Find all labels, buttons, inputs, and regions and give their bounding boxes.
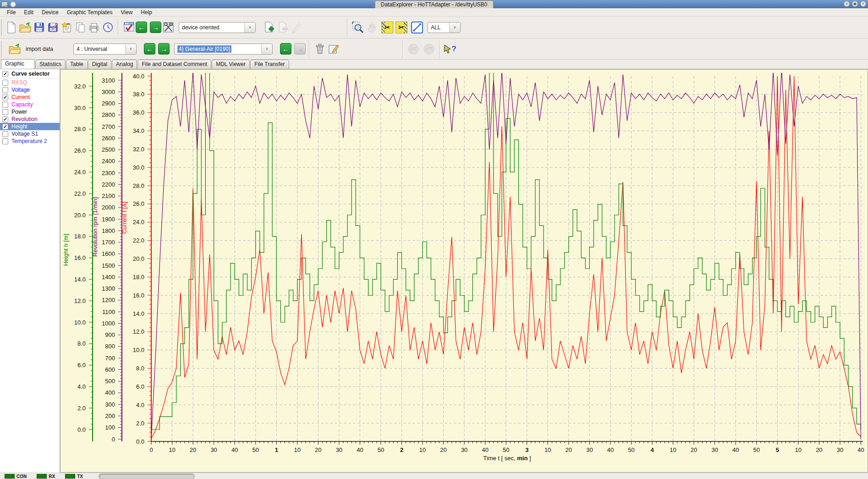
zoom-button[interactable]	[351, 20, 365, 35]
curve-item-height[interactable]: ✓ Height	[0, 123, 60, 130]
cut-left-button[interactable]: ✂	[381, 22, 393, 33]
new-record-set-button[interactable]	[262, 20, 276, 35]
svg-text:1100: 1100	[102, 308, 115, 315]
svg-text:1500: 1500	[102, 262, 115, 269]
telemetry-chart[interactable]: 0.02.04.06.08.010.012.014.016.018.020.02…	[60, 69, 868, 473]
next-channel-button[interactable]: →	[158, 43, 170, 55]
curve-item-revolution[interactable]: ✓ Revolution	[0, 116, 60, 123]
svg-text:2500: 2500	[102, 146, 115, 153]
window-menu-icon[interactable]	[10, 1, 16, 7]
record-set-combo[interactable]: 4) General-Air [0190] ∨	[174, 44, 273, 55]
save-button[interactable]	[32, 20, 46, 35]
curve-checkbox[interactable]: ✓	[2, 124, 8, 130]
curve-checkbox[interactable]	[2, 80, 8, 86]
tab-statistics[interactable]: Statistics	[35, 60, 66, 69]
chevron-down-icon[interactable]: ∨	[244, 22, 255, 33]
delete-record-button[interactable]	[313, 42, 327, 56]
tx-led-label: TX	[77, 474, 83, 479]
menu-view[interactable]: View	[117, 8, 137, 17]
curve-checkbox[interactable]	[2, 102, 8, 108]
curve-selector-panel: ✓ Curve selector RXSQ Voltage ✓ Current …	[0, 69, 60, 473]
settings-button[interactable]	[60, 20, 73, 35]
svg-text:12.0: 12.0	[133, 328, 144, 335]
menu-help[interactable]: Help	[137, 8, 156, 17]
menu-bar: File Edit Device Graphic Templates View …	[0, 8, 868, 17]
svg-text:2900: 2900	[102, 100, 115, 107]
chevron-down-icon[interactable]: ∨	[125, 44, 136, 54]
close-button[interactable]: ×	[860, 1, 866, 7]
delete-record-set-button[interactable]	[276, 20, 290, 35]
curve-checkbox[interactable]	[2, 109, 8, 115]
context-help-button[interactable]: ?	[443, 42, 457, 56]
svg-text:30.0: 30.0	[133, 164, 144, 171]
curve-checkbox[interactable]: ✓	[2, 116, 8, 122]
pan-button[interactable]	[365, 20, 379, 35]
edit-record-set-button[interactable]	[290, 20, 303, 35]
curve-checkbox[interactable]	[2, 138, 8, 144]
cut-right-button[interactable]: ✂	[396, 22, 407, 33]
connection-led-label: CON	[16, 474, 27, 479]
svg-text:24.0: 24.0	[74, 169, 86, 176]
edit-record-comment-button[interactable]	[327, 42, 341, 56]
chevron-down-icon[interactable]: ∨	[261, 44, 272, 54]
curve-selector-checkbox[interactable]: ✓	[2, 71, 8, 77]
next-device-button[interactable]: →	[150, 22, 161, 33]
new-file-button[interactable]	[5, 20, 18, 35]
svg-text:3000: 3000	[102, 88, 115, 95]
fit-into-window-button[interactable]	[410, 20, 424, 35]
toolbar-separator	[347, 18, 348, 37]
curve-item-voltage-s1[interactable]: Voltage S1	[0, 130, 60, 138]
graphic-template-value: device oriented	[182, 24, 219, 31]
svg-text:Revolution rpm [1/min]: Revolution rpm [1/min]	[92, 197, 99, 257]
tab-file-transfer[interactable]: File Transfer	[250, 60, 289, 69]
menu-device[interactable]: Device	[38, 8, 63, 17]
curve-item-current[interactable]: ✓ Current	[0, 94, 60, 101]
prev-device-button[interactable]: ←	[136, 22, 147, 33]
prev-record-button[interactable]: ←	[280, 43, 291, 55]
curve-item-voltage[interactable]: Voltage	[0, 86, 60, 94]
curve-checkbox[interactable]	[2, 87, 8, 93]
print-button[interactable]	[87, 20, 101, 35]
title-bar: DataExplorer - HoTTAdapter - /dev/ttyUSB…	[0, 0, 868, 8]
import-data-button[interactable]: import data	[5, 42, 60, 56]
configuration-combo[interactable]: 4 : Universal ∨	[73, 44, 137, 55]
next-record-button[interactable]: →	[294, 43, 306, 55]
menu-edit[interactable]: Edit	[20, 8, 38, 17]
chevron-down-icon[interactable]: ∨	[449, 22, 460, 33]
menu-graphic-templates[interactable]: Graphic Templates	[63, 8, 117, 17]
curve-selector-header: ✓ Curve selector	[0, 69, 60, 79]
tab-graphic[interactable]: Graphic	[1, 59, 35, 69]
minimize-button[interactable]: ∨	[844, 1, 850, 7]
tab-digital[interactable]: Digital	[88, 60, 111, 69]
tab-analog[interactable]: Analog	[112, 60, 137, 69]
copy-button[interactable]	[73, 20, 87, 35]
time-button[interactable]	[101, 20, 115, 35]
save-as-button[interactable]	[46, 20, 60, 35]
svg-text:28.0: 28.0	[133, 182, 144, 189]
open-file-button[interactable]	[18, 20, 32, 35]
svg-text:30: 30	[336, 446, 342, 453]
tab-mdl-viewer[interactable]: MDL Viewer	[212, 60, 250, 69]
svg-text:0: 0	[112, 436, 115, 443]
graphic-template-combo[interactable]: device oriented ∨	[179, 22, 256, 33]
device-toolbox-icon[interactable]	[161, 20, 175, 35]
svg-text:28.0: 28.0	[74, 126, 86, 132]
tab-file-and-dataset-comment[interactable]: File and Dataset Comment	[137, 60, 211, 69]
device-dialog-icon[interactable]	[122, 20, 136, 35]
channel-combo[interactable]: ALL ∨	[428, 22, 461, 33]
curve-item-power[interactable]: Power	[0, 108, 60, 116]
google-earth-button[interactable]	[407, 42, 420, 56]
svg-text:26.0: 26.0	[133, 200, 144, 207]
menu-file[interactable]: File	[3, 8, 20, 17]
curve-item-temperature-2[interactable]: Temperature 2	[0, 138, 60, 145]
curve-item-capacity[interactable]: Capacity	[0, 101, 60, 108]
curve-item-rxsq[interactable]: RXSQ	[0, 79, 60, 86]
tab-table[interactable]: Table	[66, 60, 88, 69]
prev-channel-button[interactable]: ←	[144, 43, 155, 55]
curve-checkbox[interactable]: ✓	[2, 94, 8, 100]
maximize-button[interactable]: ◆	[852, 1, 858, 7]
curve-checkbox[interactable]	[2, 131, 8, 137]
display-tab-bar: Graphic Statistics Table Digital Analog …	[0, 60, 868, 69]
svg-text:10: 10	[294, 446, 301, 453]
kmz-export-button[interactable]	[422, 42, 436, 56]
